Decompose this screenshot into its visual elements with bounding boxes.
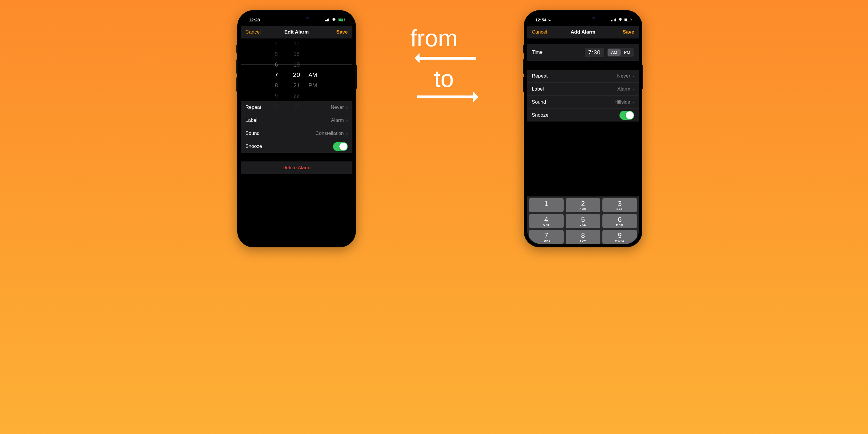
sound-label: Sound bbox=[245, 130, 259, 136]
phone-right: 12:54 ➤ Cancel Add Alarm Save Time 7:30 bbox=[524, 10, 642, 247]
key-2[interactable]: 2ABC bbox=[566, 198, 600, 212]
svg-rect-8 bbox=[613, 20, 613, 22]
chevron-right-icon: › bbox=[346, 104, 348, 110]
volume-down-button[interactable] bbox=[237, 77, 238, 92]
cancel-button[interactable]: Cancel bbox=[245, 29, 261, 35]
time-label: Time bbox=[532, 50, 542, 55]
label-value: Alarm bbox=[331, 118, 344, 123]
key-letters: GHI bbox=[544, 223, 550, 226]
time-row: Time 7:30 AM PM bbox=[527, 44, 639, 61]
key-1[interactable]: 1 bbox=[529, 198, 564, 212]
volume-up-button[interactable] bbox=[237, 59, 238, 74]
nav-bar: Cancel Edit Alarm Save bbox=[241, 26, 352, 38]
snooze-row: Snooze bbox=[241, 140, 352, 153]
svg-rect-6 bbox=[345, 19, 345, 20]
phone-left: 12:28 Cancel Edit Alarm Save 4 5 6 7 bbox=[237, 10, 356, 247]
location-icon: ➤ bbox=[547, 18, 551, 22]
key-3[interactable]: 3DEF bbox=[602, 198, 637, 212]
save-button[interactable]: Save bbox=[623, 29, 634, 35]
silent-switch[interactable] bbox=[523, 45, 524, 53]
label-row[interactable]: Label Alarm› bbox=[241, 114, 352, 127]
key-digit: 7 bbox=[544, 232, 548, 239]
ampm-segmented[interactable]: AM PM bbox=[607, 48, 634, 57]
svg-rect-2 bbox=[327, 19, 328, 22]
repeat-label: Repeat bbox=[245, 104, 261, 110]
snooze-toggle[interactable] bbox=[619, 111, 634, 120]
arrow-left-icon bbox=[417, 57, 476, 60]
hour-wheel[interactable]: 4 5 6 7 8 9 10 bbox=[266, 38, 286, 101]
wifi-icon bbox=[332, 18, 336, 22]
power-button[interactable] bbox=[355, 65, 357, 89]
svg-rect-9 bbox=[614, 19, 615, 22]
cancel-button[interactable]: Cancel bbox=[532, 29, 547, 35]
repeat-value: Never bbox=[617, 73, 630, 79]
svg-rect-3 bbox=[329, 19, 329, 22]
label-label: Label bbox=[245, 118, 257, 123]
key-digit: 8 bbox=[581, 232, 585, 239]
svg-rect-13 bbox=[631, 19, 632, 20]
status-bar: 12:54 ➤ bbox=[527, 13, 639, 26]
pm-option[interactable]: PM bbox=[621, 49, 633, 56]
svg-rect-0 bbox=[325, 20, 326, 22]
key-letters: DEF bbox=[617, 208, 623, 210]
silent-switch[interactable] bbox=[237, 45, 238, 53]
key-7[interactable]: 7PQRS bbox=[529, 230, 564, 244]
chevron-right-icon: › bbox=[632, 86, 634, 92]
label-label: Label bbox=[532, 86, 544, 92]
key-9[interactable]: 9WXYZ bbox=[602, 230, 637, 244]
repeat-row[interactable]: Repeat Never› bbox=[527, 70, 639, 83]
wifi-icon bbox=[618, 18, 623, 22]
key-digit: 6 bbox=[618, 216, 621, 223]
screen-right: 12:54 ➤ Cancel Add Alarm Save Time 7:30 bbox=[527, 13, 639, 244]
settings-list: Repeat Never› Label Alarm› Sound Hillsid… bbox=[527, 70, 639, 122]
time-input[interactable]: 7:30 bbox=[585, 48, 604, 57]
key-5[interactable]: 5JKL bbox=[566, 214, 600, 228]
key-6[interactable]: 6MNO bbox=[602, 214, 637, 228]
status-bar: 12:28 bbox=[241, 13, 352, 26]
svg-rect-10 bbox=[615, 19, 616, 22]
repeat-label: Repeat bbox=[532, 73, 548, 79]
snooze-toggle[interactable] bbox=[333, 142, 348, 151]
cellular-icon bbox=[325, 18, 330, 22]
minute-wheel[interactable]: 17 18 19 20 21 22 23 bbox=[286, 38, 307, 101]
key-letters bbox=[546, 208, 547, 210]
save-button[interactable]: Save bbox=[336, 29, 348, 35]
sound-label: Sound bbox=[532, 99, 546, 105]
status-time: 12:28 bbox=[249, 18, 260, 22]
svg-rect-7 bbox=[611, 20, 612, 22]
nav-bar: Cancel Add Alarm Save bbox=[527, 26, 639, 38]
key-4[interactable]: 4GHI bbox=[529, 214, 564, 228]
battery-icon bbox=[624, 18, 632, 22]
chevron-right-icon: › bbox=[632, 99, 634, 105]
time-wheel-picker[interactable]: 4 5 6 7 8 9 10 17 18 19 20 21 22 23 bbox=[241, 38, 352, 101]
chevron-right-icon: › bbox=[346, 130, 348, 136]
key-letters: MNO bbox=[616, 223, 623, 226]
meridiem-wheel[interactable]: AM PM bbox=[307, 38, 327, 101]
snooze-label: Snooze bbox=[245, 144, 262, 149]
numeric-keypad: 1 2ABC3DEF4GHI5JKL6MNO7PQRS8TUV9WXYZ bbox=[527, 196, 639, 244]
key-letters: WXYZ bbox=[615, 239, 624, 242]
am-option[interactable]: AM bbox=[608, 49, 621, 56]
volume-up-button[interactable] bbox=[523, 59, 524, 74]
key-digit: 2 bbox=[581, 200, 585, 207]
label-row[interactable]: Label Alarm› bbox=[527, 83, 639, 95]
key-letters: PQRS bbox=[541, 239, 551, 242]
key-letters: TUV bbox=[580, 239, 587, 242]
key-digit: 4 bbox=[544, 216, 548, 223]
key-digit: 5 bbox=[581, 216, 585, 223]
power-button[interactable] bbox=[642, 65, 643, 89]
screen-left: 12:28 Cancel Edit Alarm Save 4 5 6 7 bbox=[241, 13, 352, 244]
annotation-from: from bbox=[410, 25, 458, 52]
sound-row[interactable]: Sound Hillside› bbox=[527, 95, 639, 108]
delete-alarm-button[interactable]: Delete Alarm bbox=[241, 161, 352, 174]
key-8[interactable]: 8TUV bbox=[566, 230, 600, 244]
cellular-icon bbox=[611, 18, 616, 22]
battery-icon bbox=[338, 18, 345, 22]
key-digit: 3 bbox=[618, 200, 621, 207]
sound-row[interactable]: Sound Constellation› bbox=[241, 127, 352, 140]
arrow-right-icon bbox=[417, 95, 476, 98]
volume-down-button[interactable] bbox=[523, 77, 524, 92]
repeat-value: Never bbox=[331, 104, 344, 110]
status-time: 12:54 bbox=[535, 18, 546, 22]
key-letters: ABC bbox=[580, 208, 587, 210]
